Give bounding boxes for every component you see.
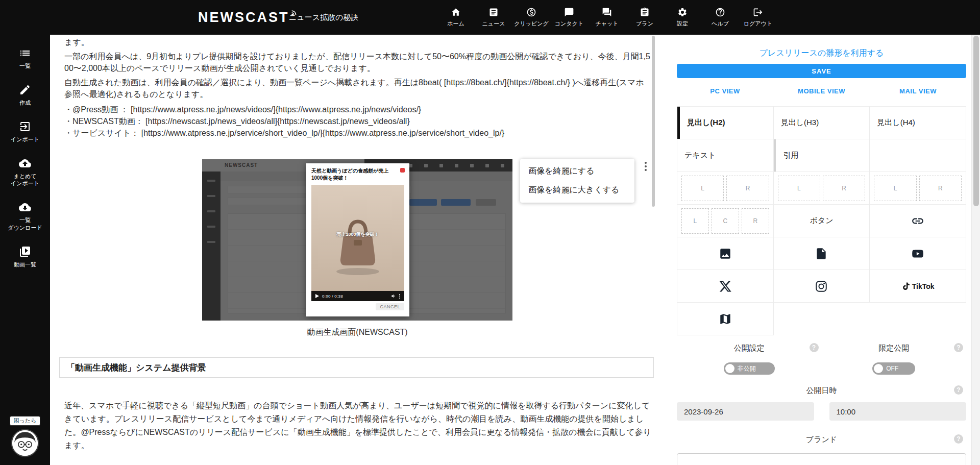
help-circle-icon[interactable]	[954, 343, 963, 352]
mascot-avatar	[10, 428, 40, 458]
block-instagram[interactable]	[774, 270, 870, 303]
block-youtube[interactable]	[870, 237, 966, 270]
view-tabs: PC VIEW MOBILE VIEW MAIL VIEW	[677, 84, 966, 98]
publish-datetime-label: 公開日時	[806, 386, 837, 395]
brand-select[interactable]	[677, 453, 966, 465]
nav-plan[interactable]: プラン	[626, 0, 664, 35]
list-icon	[19, 47, 31, 59]
left-sidebar: 一覧 作成 インポート まとめて インポート 一覧 ダウンロード 動画一覧	[0, 35, 50, 465]
sidebar-item-import[interactable]: インポート	[11, 120, 39, 143]
block-heading-h4[interactable]: 見出し(H4)	[870, 107, 966, 139]
editor-scrollbar-thumb[interactable]	[652, 36, 655, 207]
block-empty	[870, 303, 966, 335]
block-empty	[774, 303, 870, 335]
editor-scrollbar[interactable]	[652, 35, 655, 465]
newscast-logo[interactable]: NEWSCAST	[198, 10, 299, 26]
mini-modal-headline: 天然と動画うぼどの食感餅が売上1000個を突破！	[306, 163, 409, 184]
save-button[interactable]: SAVE	[677, 64, 966, 78]
bullet-link-newscast[interactable]: ・NEWSCAST動画： [https://newscast.jp/news_v…	[64, 115, 651, 127]
nav-help[interactable]: ヘルプ	[701, 0, 739, 35]
right-panel: プレスリリースの雛形を利用する SAVE PC VIEW MOBILE VIEW…	[677, 35, 966, 465]
home-icon	[451, 7, 461, 17]
sidebar-item-list[interactable]: 一覧	[19, 47, 31, 70]
image-caption[interactable]: 動画生成画面(NEWSCAST)	[202, 327, 512, 338]
nav-clipping[interactable]: クリッピング	[512, 0, 550, 35]
publish-time-input[interactable]	[829, 402, 967, 421]
help-widget[interactable]: 困ったら	[0, 415, 50, 458]
kebab-menu-icon[interactable]	[641, 162, 650, 171]
section-heading-block[interactable]: 「動画生成機能」システム提供背景	[59, 357, 654, 378]
x-icon	[719, 280, 732, 293]
block-palette: 見出し(H2) 見出し(H3) 見出し(H4) テキスト 引用 L R L R …	[677, 106, 966, 335]
tab-mail-view[interactable]: MAIL VIEW	[870, 84, 966, 98]
block-text[interactable]: テキスト	[677, 139, 774, 172]
contact-icon	[564, 7, 574, 17]
paragraph[interactable]: 一部の利用会員へは、9月初旬よりプレ提供期間を設けておりましたが、配信リリース本…	[64, 51, 651, 74]
block-image[interactable]	[677, 237, 774, 270]
help-circle-icon[interactable]	[954, 434, 963, 444]
help-circle-icon[interactable]	[810, 343, 819, 352]
editor-canvas[interactable]: ます。 一部の利用会員へは、9月初旬よりプレ提供期間を設けておりましたが、配信リ…	[50, 35, 655, 465]
embedded-image-block[interactable]: NEWSCAST	[202, 159, 512, 338]
block-map[interactable]	[677, 303, 774, 335]
block-button[interactable]: ボタン	[774, 205, 870, 237]
sidebar-item-list-download[interactable]: 一覧 ダウンロード	[8, 201, 42, 232]
page-scrollbar[interactable]	[971, 35, 980, 465]
publish-datetime-label-row: 公開日時	[677, 386, 966, 396]
tab-mobile-view[interactable]: MOBILE VIEW	[773, 84, 870, 98]
nav-chat[interactable]: チャット	[588, 0, 626, 35]
sidebar-item-bulk-import[interactable]: まとめて インポート	[11, 157, 39, 188]
app-root: NEWSCAST ニュース拡散の秘訣 ホーム ニュース	[0, 0, 980, 465]
block-heading-h2[interactable]: 見出し(H2)	[677, 107, 774, 139]
block-two-columns[interactable]: L R	[774, 172, 870, 205]
limited-publish-label-row: 限定公開	[822, 344, 967, 353]
nav-settings[interactable]: 設定	[664, 0, 701, 35]
limited-publish-label: 限定公開	[878, 344, 909, 352]
limited-publish-toggle[interactable]: OFF	[872, 362, 915, 375]
block-three-columns[interactable]: L C R	[677, 205, 774, 237]
volume-icon	[391, 293, 396, 299]
block-tiktok[interactable]: TikTok	[870, 270, 966, 303]
nav-logout[interactable]: ログアウト	[739, 0, 777, 35]
private-toggle[interactable]: 非公開	[724, 362, 775, 375]
nav-home[interactable]: ホーム	[437, 0, 475, 35]
block-file[interactable]	[774, 237, 870, 270]
bullet-link-service-site[interactable]: ・サービスサイト： [https://www.atpress.ne.jp/ser…	[64, 127, 651, 139]
list-download-icon	[19, 201, 31, 213]
block-quote[interactable]: 引用	[774, 139, 870, 172]
image-context-menu: 画像を綺麗にする 画像を綺麗に大きくする	[520, 159, 634, 203]
paragraph[interactable]: 近年、スマホで手軽に視聴できる「縦型短尺動画」の台頭でショート動画人気が高まり、…	[64, 399, 651, 452]
brand-label-row: ブランド	[677, 435, 966, 445]
paragraph[interactable]: ます。	[64, 36, 651, 48]
block-heading-h3[interactable]: 見出し(H3)	[774, 107, 870, 139]
help-icon	[715, 7, 725, 17]
publish-setting-label-row: 公開設定	[677, 344, 822, 353]
nav-contact[interactable]: コンタクト	[550, 0, 588, 35]
paragraph[interactable]: 自動生成された動画は、利用会員の確認／選択により、動画一覧ページへ掲載されます。…	[64, 77, 651, 100]
clipping-icon	[526, 7, 536, 17]
help-circle-icon[interactable]	[954, 385, 963, 395]
instagram-icon	[815, 280, 828, 293]
menu-item-beautify-enlarge-image[interactable]: 画像を綺麗に大きくする	[520, 181, 634, 200]
import-icon	[19, 120, 31, 133]
template-link[interactable]: プレスリリースの雛形を利用する	[677, 48, 966, 59]
toggle-knob	[725, 364, 734, 373]
sidebar-item-video-list[interactable]: 動画一覧	[14, 246, 36, 268]
block-link[interactable]	[870, 205, 966, 237]
nav-news[interactable]: ニュース	[475, 0, 512, 35]
block-two-columns[interactable]: L R	[677, 172, 774, 205]
link-icon	[911, 214, 924, 228]
menu-item-beautify-image[interactable]: 画像を綺麗にする	[520, 162, 634, 181]
tab-pc-view[interactable]: PC VIEW	[677, 84, 773, 98]
video-generation-screenshot: NEWSCAST	[202, 159, 512, 321]
block-two-columns[interactable]: L R	[870, 172, 966, 205]
page-scrollbar-thumb[interactable]	[973, 36, 979, 206]
publish-date-input[interactable]	[677, 402, 814, 421]
play-icon	[315, 294, 319, 298]
handbag-image	[327, 203, 388, 285]
bullet-link-atpress[interactable]: ・@Press動画 ： [https://www.atpress.ne.jp/n…	[64, 104, 651, 115]
settings-icon	[677, 7, 688, 17]
bulk-import-icon	[19, 157, 31, 169]
block-x-twitter[interactable]	[677, 270, 774, 303]
sidebar-item-create[interactable]: 作成	[19, 84, 31, 107]
